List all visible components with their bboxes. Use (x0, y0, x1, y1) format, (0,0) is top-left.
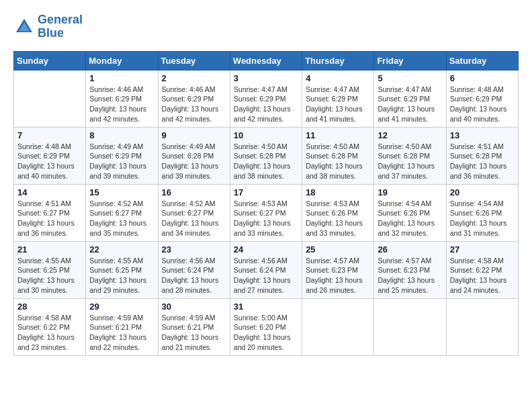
day-number: 26 (378, 244, 442, 255)
calendar-cell: 16Sunrise: 4:52 AMSunset: 6:27 PMDayligh… (158, 184, 230, 241)
calendar-cell: 8Sunrise: 4:49 AMSunset: 6:29 PMDaylight… (86, 127, 158, 184)
day-info: Sunrise: 4:49 AMSunset: 6:28 PMDaylight:… (162, 142, 226, 181)
day-number: 5 (378, 73, 442, 83)
column-header-thursday: Thursday (302, 51, 374, 70)
day-info: Sunrise: 4:50 AMSunset: 6:28 PMDaylight:… (234, 142, 298, 181)
calendar-cell (14, 70, 86, 127)
day-info: Sunrise: 4:53 AMSunset: 6:26 PMDaylight:… (306, 199, 370, 238)
day-info: Sunrise: 4:48 AMSunset: 6:29 PMDaylight:… (450, 85, 515, 124)
day-number: 20 (450, 187, 515, 197)
calendar-cell: 30Sunrise: 4:59 AMSunset: 6:21 PMDayligh… (158, 298, 230, 355)
day-number: 9 (162, 130, 226, 140)
day-number: 17 (234, 187, 298, 197)
day-info: Sunrise: 4:55 AMSunset: 6:25 PMDaylight:… (17, 256, 82, 295)
day-info: Sunrise: 4:59 AMSunset: 6:21 PMDaylight:… (162, 313, 226, 353)
day-number: 25 (306, 244, 370, 255)
column-header-sunday: Sunday (14, 51, 86, 70)
calendar-cell: 31Sunrise: 5:00 AMSunset: 6:20 PMDayligh… (230, 298, 302, 355)
day-info: Sunrise: 4:54 AMSunset: 6:26 PMDaylight:… (378, 199, 442, 238)
day-info: Sunrise: 4:54 AMSunset: 6:26 PMDaylight:… (450, 199, 515, 238)
calendar-cell: 17Sunrise: 4:53 AMSunset: 6:27 PMDayligh… (230, 184, 302, 241)
day-info: Sunrise: 4:55 AMSunset: 6:25 PMDaylight:… (89, 256, 154, 295)
day-number: 14 (17, 187, 82, 197)
logo-text: General Blue (38, 13, 83, 40)
day-info: Sunrise: 4:47 AMSunset: 6:29 PMDaylight:… (306, 85, 370, 124)
calendar-cell: 20Sunrise: 4:54 AMSunset: 6:26 PMDayligh… (446, 184, 518, 241)
column-header-tuesday: Tuesday (158, 51, 230, 70)
day-number: 28 (17, 302, 82, 312)
calendar-cell: 24Sunrise: 4:56 AMSunset: 6:24 PMDayligh… (230, 241, 302, 298)
calendar-cell: 2Sunrise: 4:46 AMSunset: 6:29 PMDaylight… (158, 70, 230, 127)
column-header-wednesday: Wednesday (230, 51, 302, 70)
day-number: 31 (234, 302, 298, 312)
day-number: 22 (89, 244, 154, 255)
calendar-cell: 23Sunrise: 4:56 AMSunset: 6:24 PMDayligh… (158, 241, 230, 298)
calendar-table: SundayMondayTuesdayWednesdayThursdayFrid… (13, 51, 519, 356)
logo: General Blue (13, 13, 83, 40)
calendar-cell: 10Sunrise: 4:50 AMSunset: 6:28 PMDayligh… (230, 127, 302, 184)
day-info: Sunrise: 4:47 AMSunset: 6:29 PMDaylight:… (234, 85, 298, 124)
calendar-cell: 6Sunrise: 4:48 AMSunset: 6:29 PMDaylight… (446, 70, 518, 127)
day-info: Sunrise: 4:50 AMSunset: 6:28 PMDaylight:… (306, 142, 370, 181)
day-number: 8 (89, 130, 154, 140)
calendar-cell (446, 298, 518, 355)
day-number: 3 (234, 73, 298, 83)
page-header: General Blue (13, 13, 519, 40)
day-number: 18 (306, 187, 370, 197)
day-number: 4 (306, 73, 370, 83)
calendar-week-5: 28Sunrise: 4:58 AMSunset: 6:22 PMDayligh… (14, 298, 519, 355)
calendar-cell: 28Sunrise: 4:58 AMSunset: 6:22 PMDayligh… (14, 298, 86, 355)
day-number: 15 (89, 187, 154, 197)
calendar-cell: 4Sunrise: 4:47 AMSunset: 6:29 PMDaylight… (302, 70, 374, 127)
day-number: 12 (378, 130, 442, 140)
calendar-cell: 13Sunrise: 4:51 AMSunset: 6:28 PMDayligh… (446, 127, 518, 184)
calendar-cell: 11Sunrise: 4:50 AMSunset: 6:28 PMDayligh… (302, 127, 374, 184)
calendar-cell: 29Sunrise: 4:59 AMSunset: 6:21 PMDayligh… (86, 298, 158, 355)
day-info: Sunrise: 4:51 AMSunset: 6:27 PMDaylight:… (17, 199, 82, 238)
day-info: Sunrise: 4:52 AMSunset: 6:27 PMDaylight:… (89, 199, 154, 238)
column-header-saturday: Saturday (446, 51, 518, 70)
day-number: 24 (234, 244, 298, 255)
day-info: Sunrise: 4:53 AMSunset: 6:27 PMDaylight:… (234, 199, 298, 238)
calendar-cell: 9Sunrise: 4:49 AMSunset: 6:28 PMDaylight… (158, 127, 230, 184)
day-info: Sunrise: 5:00 AMSunset: 6:20 PMDaylight:… (234, 313, 298, 353)
day-number: 19 (378, 187, 442, 197)
day-info: Sunrise: 4:48 AMSunset: 6:29 PMDaylight:… (17, 142, 82, 181)
calendar-cell: 22Sunrise: 4:55 AMSunset: 6:25 PMDayligh… (86, 241, 158, 298)
day-number: 29 (89, 302, 154, 312)
day-info: Sunrise: 4:58 AMSunset: 6:22 PMDaylight:… (450, 256, 515, 295)
day-info: Sunrise: 4:46 AMSunset: 6:29 PMDaylight:… (162, 85, 226, 124)
calendar-cell: 26Sunrise: 4:57 AMSunset: 6:23 PMDayligh… (374, 241, 446, 298)
day-info: Sunrise: 4:57 AMSunset: 6:23 PMDaylight:… (378, 256, 442, 295)
calendar-cell: 19Sunrise: 4:54 AMSunset: 6:26 PMDayligh… (374, 184, 446, 241)
day-number: 16 (162, 187, 226, 197)
day-number: 30 (162, 302, 226, 312)
calendar-cell (374, 298, 446, 355)
day-number: 1 (89, 73, 154, 83)
calendar-week-3: 14Sunrise: 4:51 AMSunset: 6:27 PMDayligh… (14, 184, 519, 241)
day-number: 7 (17, 130, 82, 140)
day-info: Sunrise: 4:59 AMSunset: 6:21 PMDaylight:… (89, 313, 154, 353)
day-info: Sunrise: 4:58 AMSunset: 6:22 PMDaylight:… (17, 313, 82, 353)
calendar-cell: 5Sunrise: 4:47 AMSunset: 6:29 PMDaylight… (374, 70, 446, 127)
calendar-cell: 3Sunrise: 4:47 AMSunset: 6:29 PMDaylight… (230, 70, 302, 127)
calendar-cell: 18Sunrise: 4:53 AMSunset: 6:26 PMDayligh… (302, 184, 374, 241)
calendar-cell: 14Sunrise: 4:51 AMSunset: 6:27 PMDayligh… (14, 184, 86, 241)
day-number: 27 (450, 244, 515, 255)
day-info: Sunrise: 4:57 AMSunset: 6:23 PMDaylight:… (306, 256, 370, 295)
day-info: Sunrise: 4:47 AMSunset: 6:29 PMDaylight:… (378, 85, 442, 124)
calendar-week-1: 1Sunrise: 4:46 AMSunset: 6:29 PMDaylight… (14, 70, 519, 127)
day-number: 21 (17, 244, 82, 255)
day-info: Sunrise: 4:50 AMSunset: 6:28 PMDaylight:… (378, 142, 442, 181)
day-info: Sunrise: 4:56 AMSunset: 6:24 PMDaylight:… (234, 256, 298, 295)
day-info: Sunrise: 4:51 AMSunset: 6:28 PMDaylight:… (450, 142, 515, 181)
day-number: 23 (162, 244, 226, 255)
day-info: Sunrise: 4:46 AMSunset: 6:29 PMDaylight:… (89, 85, 154, 124)
calendar-cell: 21Sunrise: 4:55 AMSunset: 6:25 PMDayligh… (14, 241, 86, 298)
day-info: Sunrise: 4:52 AMSunset: 6:27 PMDaylight:… (162, 199, 226, 238)
calendar-cell: 7Sunrise: 4:48 AMSunset: 6:29 PMDaylight… (14, 127, 86, 184)
column-header-friday: Friday (374, 51, 446, 70)
day-info: Sunrise: 4:56 AMSunset: 6:24 PMDaylight:… (162, 256, 226, 295)
calendar-week-4: 21Sunrise: 4:55 AMSunset: 6:25 PMDayligh… (14, 241, 519, 298)
calendar-cell: 27Sunrise: 4:58 AMSunset: 6:22 PMDayligh… (446, 241, 518, 298)
